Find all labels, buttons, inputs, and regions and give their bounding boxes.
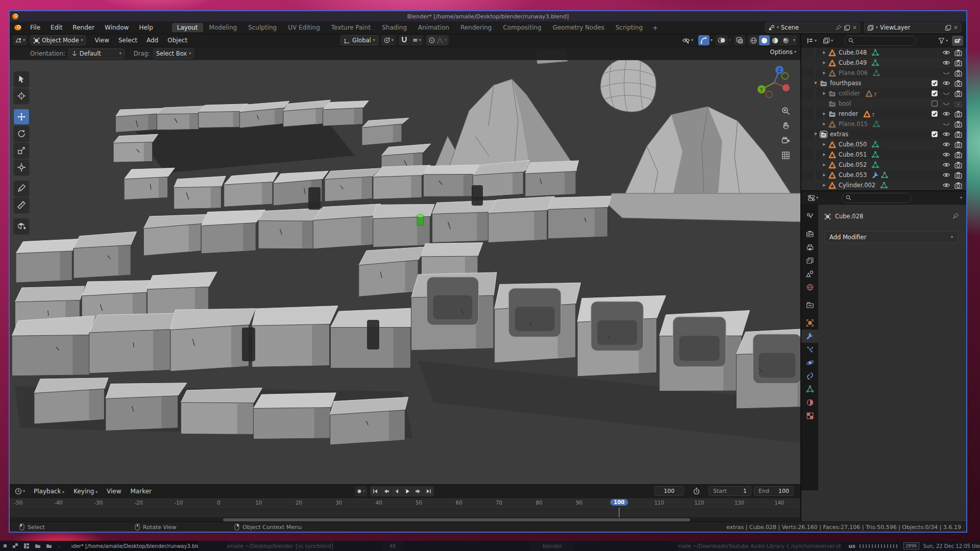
outliner-row-render[interactable]: ▶render7 (801, 109, 966, 119)
outliner-filter-button[interactable]: ▾ (936, 36, 950, 46)
ruler-tick-90[interactable]: 90 (576, 500, 582, 506)
mesh-object-icon[interactable] (828, 140, 836, 148)
hide-in-viewport-toggle[interactable] (942, 59, 950, 67)
disable-in-render-toggle[interactable] (954, 48, 962, 57)
proportional-editing-toggle[interactable]: ▾ (426, 35, 449, 45)
mesh-data-icon[interactable] (873, 120, 880, 128)
ruler-tick--10[interactable]: -10 (175, 500, 183, 506)
outliner-item-label[interactable]: Cube.049 (839, 59, 867, 66)
outliner-row-Cube.050[interactable]: ▶Cube.050 (801, 139, 966, 149)
show-overlays-toggle[interactable] (716, 35, 728, 45)
workspace-tab-modeling[interactable]: Modeling (204, 23, 242, 32)
disable-in-render-toggle[interactable] (954, 130, 962, 138)
disable-in-render-toggle[interactable] (954, 59, 962, 67)
outliner-display-mode-button[interactable]: ▾ (821, 36, 835, 46)
add-workspace-button[interactable]: + (648, 24, 662, 32)
hide-in-viewport-toggle[interactable] (942, 69, 950, 77)
outliner-search-input[interactable] (844, 36, 916, 46)
ruler-tick-70[interactable]: 70 (496, 500, 502, 506)
breadcrumb-object-name[interactable]: Cube.028 (835, 213, 863, 220)
outliner-item-label[interactable]: Cylinder.002 (839, 182, 875, 189)
shading-dropdown[interactable]: ▾ (791, 38, 797, 42)
workspace-tab-animation[interactable]: Animation (413, 23, 454, 32)
disable-in-render-toggle[interactable] (954, 89, 962, 97)
workspace-tab-layout[interactable]: Layout (172, 23, 203, 32)
outliner-item-label[interactable]: Cube.048 (839, 49, 867, 56)
taskbar-window-5[interactable]: amalie ~/Downloads/Youtube Audio Library… (678, 541, 841, 551)
expand-arrow-icon[interactable]: ▼ (812, 81, 819, 85)
timeline-menu-playback[interactable]: Playback ▾ (29, 485, 69, 497)
viewport-menu-object[interactable]: Object (163, 34, 192, 46)
mesh-object-icon[interactable] (828, 181, 836, 189)
expand-arrow-icon[interactable]: ▶ (821, 51, 828, 55)
outliner-item-label[interactable]: Plane.015 (839, 120, 868, 128)
next-keyframe-button[interactable] (413, 486, 424, 496)
camera-view-icon[interactable] (781, 136, 790, 145)
windows-stack-icon[interactable] (12, 543, 18, 549)
use-preview-range-icon[interactable] (693, 487, 700, 495)
expand-arrow-icon[interactable]: ▶ (821, 173, 828, 177)
hide-in-viewport-toggle[interactable] (942, 79, 950, 87)
collection-icon[interactable] (819, 79, 827, 87)
tool-scale-button[interactable] (14, 143, 29, 158)
mesh-object-icon[interactable] (828, 120, 836, 128)
new-scene-icon[interactable] (844, 24, 850, 31)
hide-in-viewport-toggle[interactable] (942, 99, 950, 108)
ruler-tick-30[interactable]: 30 (335, 500, 342, 506)
outliner-row-Cube.052[interactable]: ▶Cube.052 (801, 160, 966, 170)
start-frame-field[interactable]: Start 1 (708, 486, 751, 496)
properties-tab-particles[interactable] (801, 343, 818, 356)
mesh-object-icon[interactable] (828, 151, 836, 159)
tool-annotate-button[interactable] (14, 181, 29, 196)
menu-render[interactable]: Render (67, 21, 100, 34)
ruler-tick-10[interactable]: 10 (255, 500, 262, 506)
ruler-tick--50[interactable]: -50 (14, 500, 22, 506)
ruler-tick--40[interactable]: -40 (54, 500, 62, 506)
taskbar-window-4[interactable]: blender (530, 541, 575, 551)
workspace-tab-geometry-nodes[interactable]: Geometry Nodes (548, 23, 609, 32)
workspace-tab-scripting[interactable]: Scripting (610, 23, 648, 32)
ruler-tick-60[interactable]: 60 (456, 500, 462, 506)
viewport-menu-view[interactable]: View (90, 34, 113, 46)
visibility-dropdown[interactable]: ▾ (680, 35, 695, 45)
viewport-menu-select[interactable]: Select (114, 34, 142, 46)
snap-toggle[interactable]: ▾ (399, 35, 423, 45)
mesh-object-icon[interactable] (828, 48, 836, 57)
disable-in-render-toggle[interactable] (954, 161, 962, 169)
mesh-data-icon[interactable] (873, 69, 880, 77)
properties-options-dropdown[interactable]: ▾ (960, 196, 962, 200)
orientation-setting-dropdown[interactable]: Default ▾ (68, 48, 125, 59)
shading-material-preview[interactable] (770, 35, 780, 45)
transform-orientation-selector[interactable]: Global ▾ (340, 35, 378, 45)
mesh-object-icon[interactable] (828, 69, 836, 77)
timeline-menu-keying[interactable]: Keying ▾ (69, 485, 102, 497)
menu-file[interactable]: File (25, 21, 45, 34)
expand-arrow-icon[interactable]: ▼ (812, 132, 819, 136)
exclude-checkbox[interactable] (930, 89, 939, 97)
ruler-tick-50[interactable]: 50 (415, 500, 422, 506)
shading-wireframe[interactable] (748, 35, 759, 45)
pan-hand-icon[interactable] (781, 121, 790, 130)
ruler-tick-130[interactable]: 130 (734, 500, 744, 506)
grid-ortho-icon[interactable] (781, 151, 790, 160)
properties-tab-constraints[interactable] (801, 369, 818, 383)
outliner-row-Cube.049[interactable]: ▶Cube.049 (801, 58, 966, 68)
hide-in-viewport-toggle[interactable] (942, 120, 950, 128)
outliner-row-bool[interactable]: bool (801, 98, 966, 109)
gizmo-dropdown[interactable]: ▾ (710, 38, 713, 42)
workspace-tab-shading[interactable]: Shading (377, 23, 412, 32)
hide-in-viewport-toggle[interactable] (942, 171, 950, 179)
remove-view-layer-icon[interactable]: ✕ (953, 24, 958, 31)
expand-arrow-icon[interactable]: ▶ (821, 163, 828, 167)
mesh-object-icon[interactable] (828, 171, 836, 179)
outliner-row-Cube.051[interactable]: ▶Cube.051 (801, 149, 966, 160)
new-collection-button[interactable] (952, 36, 963, 46)
ruler-tick--20[interactable]: -20 (134, 500, 142, 506)
overlays-dropdown[interactable]: ▾ (729, 38, 731, 42)
disable-in-render-toggle[interactable] (954, 69, 962, 77)
tool-measure-button[interactable] (14, 197, 29, 213)
outliner-row-extras[interactable]: ▼extras (801, 129, 966, 139)
navigation-gizmo[interactable]: Z Y (755, 64, 793, 102)
outliner-row-collider[interactable]: ▶collider7 (801, 88, 966, 98)
outliner-row-Cube.053[interactable]: ▶Cube.053 (801, 170, 966, 180)
